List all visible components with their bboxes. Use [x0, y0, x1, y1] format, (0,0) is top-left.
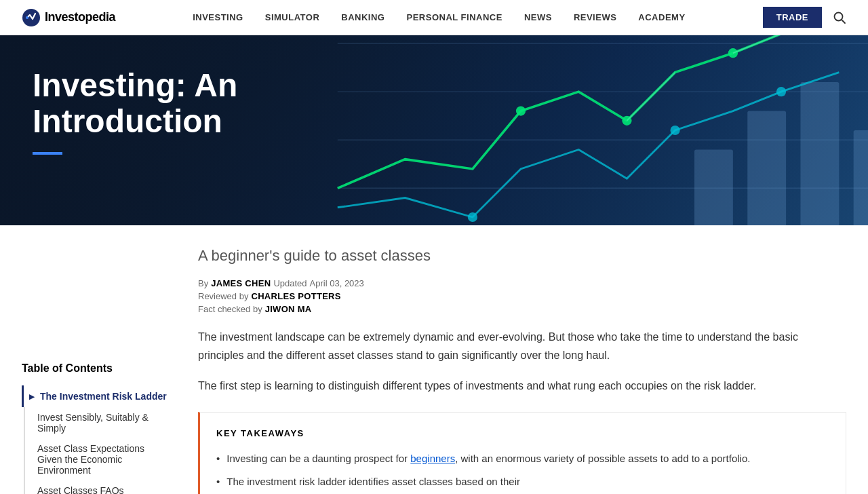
- hero-banner: Investing: An Introduction: [0, 35, 868, 225]
- article-body: The investment landscape can be extremel…: [198, 328, 846, 494]
- trade-button[interactable]: TRADE: [763, 7, 822, 28]
- toc-sub-label: Invest Sensibly, Suitably & Simply: [37, 412, 149, 434]
- nav-banking[interactable]: BANKING: [341, 12, 384, 22]
- article-subtitle: A beginner's guide to asset classes: [198, 247, 846, 265]
- nav-personal-finance[interactable]: PERSONAL FINANCE: [406, 12, 502, 22]
- takeaway-item-2: The investment risk ladder identifies as…: [216, 474, 829, 490]
- beginners-link[interactable]: beginners: [410, 453, 455, 464]
- fact-checker-name[interactable]: JIWON MA: [265, 304, 312, 314]
- search-button[interactable]: [833, 11, 846, 24]
- key-takeaways-list: • Investing can be a daunting prospect f…: [216, 451, 829, 490]
- updated-label: Updated: [273, 278, 307, 288]
- takeaway-1-after: , with an enormous variety of possible a…: [455, 453, 750, 464]
- svg-rect-4: [694, 149, 733, 225]
- toc-sub-label: Asset Class Expectations Given the Econo…: [37, 443, 144, 476]
- article-meta: By JAMES CHEN Updated April 03, 2023 Rev…: [198, 278, 846, 314]
- nav-investing[interactable]: INVESTING: [193, 12, 243, 22]
- nav-reviews[interactable]: REVIEWS: [574, 12, 616, 22]
- author-line: By JAMES CHEN Updated April 03, 2023: [198, 278, 846, 288]
- reviewer-line: Reviewed by CHARLES POTTERS: [198, 291, 846, 301]
- takeaway-item-1: • Investing can be a daunting prospect f…: [216, 451, 829, 467]
- author-name[interactable]: JAMES CHEN: [211, 278, 271, 288]
- toc-arrow-icon: ▶: [29, 393, 35, 400]
- toc-item-invest-sensibly[interactable]: Invest Sensibly, Suitably & Simply: [24, 407, 171, 438]
- toc-title: Table of Contents: [22, 362, 171, 375]
- hero-content: Investing: An Introduction: [0, 35, 868, 155]
- navbar: Investopedia INVESTING SIMULATOR BANKING…: [0, 0, 868, 35]
- by-label: By: [198, 278, 208, 288]
- reviewed-label: Reviewed by: [198, 291, 248, 301]
- hero-accent: [33, 152, 62, 155]
- toc-item-asset-faqs[interactable]: Asset Classes FAQs: [24, 480, 171, 494]
- nav-right: TRADE: [763, 7, 846, 28]
- svg-point-1: [26, 16, 28, 19]
- logo-text: Investopedia: [45, 10, 115, 24]
- toc-item-risk-ladder[interactable]: ▶ The Investment Risk Ladder: [22, 385, 171, 407]
- fact-checker-line: Fact checked by JIWON MA: [198, 304, 846, 314]
- nav-simulator[interactable]: SIMULATOR: [265, 12, 320, 22]
- nav-news[interactable]: NEWS: [524, 12, 552, 22]
- svg-point-16: [468, 212, 477, 222]
- sidebar: Table of Contents ▶ The Investment Risk …: [22, 247, 171, 494]
- svg-line-3: [842, 20, 845, 23]
- takeaway-1-before: Investing can be a daunting prospect for: [226, 453, 410, 464]
- key-takeaways-title: KEY TAKEAWAYS: [216, 426, 829, 441]
- nav-academy[interactable]: ACADEMY: [638, 12, 685, 22]
- toc-sub-label: Asset Classes FAQs: [37, 485, 124, 494]
- logo[interactable]: Investopedia: [22, 8, 115, 27]
- body-paragraph-1: The investment landscape can be extremel…: [198, 328, 846, 364]
- reviewer-name[interactable]: CHARLES POTTERS: [251, 291, 340, 301]
- takeaway-1-text: Investing can be a daunting prospect for…: [226, 451, 750, 467]
- hero-title: Investing: An Introduction: [33, 68, 317, 140]
- nav-links: INVESTING SIMULATOR BANKING PERSONAL FIN…: [193, 12, 685, 22]
- logo-icon: [22, 8, 41, 27]
- toc-item-label: The Investment Risk Ladder: [40, 391, 167, 402]
- search-icon: [833, 11, 846, 24]
- updated-date: April 03, 2023: [310, 278, 364, 288]
- article-content: A beginner's guide to asset classes By J…: [198, 247, 846, 494]
- key-takeaways-box: KEY TAKEAWAYS • Investing can be a daunt…: [198, 412, 846, 494]
- toc-item-asset-class-expectations[interactable]: Asset Class Expectations Given the Econo…: [24, 438, 171, 480]
- takeaway-2-text: The investment risk ladder identifies as…: [226, 474, 520, 490]
- main-container: Table of Contents ▶ The Investment Risk …: [0, 225, 868, 494]
- fact-label: Fact checked by: [198, 304, 262, 314]
- body-paragraph-2: The first step is learning to distinguis…: [198, 377, 846, 395]
